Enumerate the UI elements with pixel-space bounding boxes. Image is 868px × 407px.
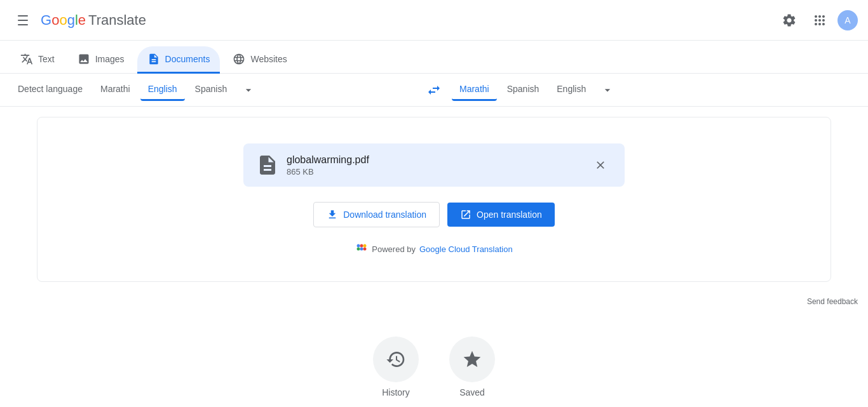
tab-images-label: Images	[95, 54, 125, 64]
apps-icon	[812, 13, 827, 28]
google-cloud-translation-link[interactable]: Google Cloud Translation	[419, 244, 513, 254]
swap-languages-button[interactable]	[421, 77, 447, 103]
bottom-navigation: History Saved	[0, 311, 868, 407]
file-card: globalwarming.pdf 865 KB	[243, 143, 625, 187]
target-lang-more-button[interactable]	[596, 79, 619, 102]
app-logo: Google Translate	[41, 12, 146, 29]
hamburger-menu-button[interactable]	[10, 8, 36, 33]
source-lang-detect[interactable]: Detect language	[10, 79, 90, 101]
powered-by-text: Powered by	[372, 244, 416, 254]
swap-icon	[426, 83, 442, 98]
target-lang-marathi[interactable]: Marathi	[452, 79, 497, 101]
target-language-selector: Marathi Spanish English	[452, 79, 858, 102]
download-button-label: Download translation	[343, 210, 426, 220]
history-nav-item[interactable]: History	[373, 337, 419, 397]
svg-point-4	[360, 248, 363, 251]
image-icon	[78, 53, 90, 65]
source-lang-marathi[interactable]: Marathi	[93, 79, 138, 101]
open-translation-button[interactable]: Open translation	[447, 203, 555, 227]
svg-point-2	[363, 244, 367, 248]
header-left: Google Translate	[10, 8, 146, 33]
source-lang-spanish[interactable]: Spanish	[187, 79, 235, 101]
tab-text[interactable]: Text	[10, 46, 65, 74]
tab-images[interactable]: Images	[67, 46, 135, 74]
action-buttons: Download translation Open translation	[313, 202, 554, 227]
tab-websites[interactable]: Websites	[222, 46, 297, 74]
source-language-selector: Detect language Marathi English Spanish	[10, 79, 416, 102]
tab-text-label: Text	[38, 54, 55, 64]
download-translation-button[interactable]: Download translation	[313, 202, 440, 227]
file-close-button[interactable]	[589, 154, 612, 177]
logo-translate-text: Translate	[88, 12, 146, 29]
google-cloud-icon	[355, 243, 368, 255]
web-icon	[233, 53, 245, 65]
download-icon	[327, 209, 338, 220]
apps-button[interactable]	[807, 8, 832, 33]
document-panel: globalwarming.pdf 865 KB Download transl…	[37, 117, 831, 282]
saved-label: Saved	[459, 387, 485, 397]
history-icon	[386, 349, 406, 370]
history-label: History	[382, 387, 410, 397]
open-external-icon	[460, 209, 471, 220]
translate-icon	[20, 53, 33, 65]
history-circle	[373, 337, 419, 382]
file-info: globalwarming.pdf 865 KB	[287, 154, 581, 177]
gear-icon	[782, 13, 797, 28]
star-icon	[462, 349, 482, 370]
open-button-label: Open translation	[477, 210, 542, 220]
hamburger-icon	[15, 13, 31, 28]
file-size: 865 KB	[287, 167, 581, 177]
svg-point-5	[363, 248, 367, 251]
header-right: A	[776, 8, 858, 33]
mode-tabs: Text Images Documents Websites	[0, 41, 868, 74]
tab-websites-label: Websites	[250, 54, 287, 64]
target-lang-english[interactable]: English	[549, 79, 593, 101]
document-icon	[147, 53, 160, 65]
tab-documents-label: Documents	[165, 54, 210, 64]
chevron-down-icon	[601, 84, 614, 97]
close-icon	[594, 159, 607, 171]
svg-point-3	[357, 248, 360, 251]
tab-documents[interactable]: Documents	[137, 46, 220, 74]
logo-google-text: Google	[41, 12, 86, 29]
svg-point-0	[357, 244, 360, 248]
source-lang-english[interactable]: English	[140, 79, 185, 101]
language-bar: Detect language Marathi English Spanish …	[0, 74, 868, 107]
chevron-down-icon	[242, 84, 255, 97]
pdf-file-icon	[256, 154, 279, 177]
user-avatar[interactable]: A	[837, 10, 858, 30]
target-lang-spanish[interactable]: Spanish	[499, 79, 547, 101]
saved-nav-item[interactable]: Saved	[449, 337, 495, 397]
powered-by: Powered by Google Cloud Translation	[355, 243, 512, 255]
main-content: globalwarming.pdf 865 KB Download transl…	[0, 107, 868, 292]
saved-circle	[449, 337, 495, 382]
send-feedback-link[interactable]: Send feedback	[0, 292, 868, 311]
file-name: globalwarming.pdf	[287, 154, 581, 166]
app-header: Google Translate A	[0, 0, 868, 41]
svg-point-1	[360, 244, 363, 248]
settings-button[interactable]	[776, 8, 802, 33]
source-lang-more-button[interactable]	[237, 79, 260, 102]
